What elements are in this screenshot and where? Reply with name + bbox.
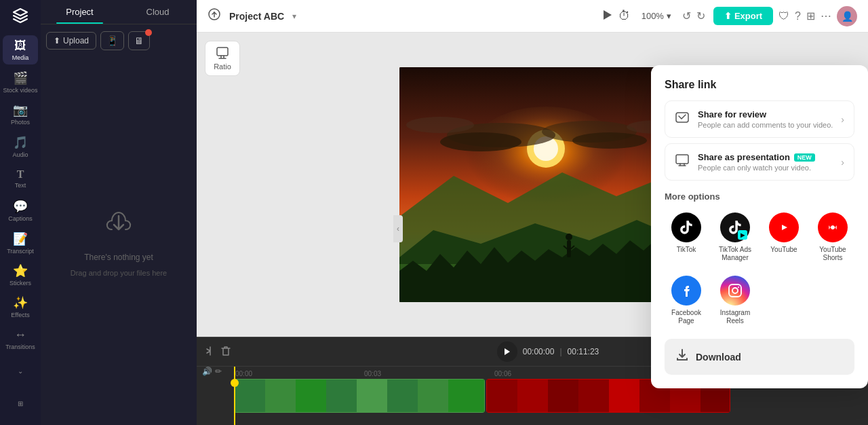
undo-button[interactable]: ↺ [682,10,691,22]
sidebar-item-transcript[interactable]: 📝 Transcript [3,228,38,257]
sidebar-item-label: Stickers [9,280,31,287]
sidebar-item-media[interactable]: 🖼 Media [3,35,38,64]
share-presentation-title: Share as presentation NEW [698,152,833,162]
sidebar-item-text[interactable]: T Text [3,164,38,193]
delete-button[interactable] [221,346,231,358]
app-logo [8,5,33,26]
platform-tiktok-ads[interactable]: ▶ TikTok Ads Manager [713,208,757,266]
tiktok-icon [671,212,701,242]
sidebar-item-stock-videos[interactable]: 🎬 Stock videos [3,67,38,96]
ratio-label: Ratio [214,62,231,71]
svg-marker-1 [604,10,612,20]
help-button[interactable]: ? [795,10,801,22]
sidebar-grid-btn[interactable]: ⊞ [3,389,38,418]
sidebar-item-photos[interactable]: 📷 Photos [3,100,38,129]
project-name: Project ABC [229,11,284,22]
upload-button[interactable]: ⬆ Upload [46,32,96,50]
sidebar-item-label: Transitions [5,344,35,350]
playhead [234,367,235,425]
share-presentation-subtitle: People can only watch your video. [698,164,833,172]
sidebar-item-effects[interactable]: ✨ Effects [3,293,38,322]
transcript-icon: 📝 [13,232,28,246]
preview-play-button[interactable] [601,9,613,24]
top-bar-right-controls: ⬆ Export 🛡 ? ⊞ ⋯ 👤 [713,6,857,26]
instagram-label: Instagram Reels [715,309,755,325]
ratio-button[interactable]: Ratio [205,41,240,76]
track-controls: 🔊 ✏ [202,367,222,376]
screen-record-button[interactable]: 🖥 [128,31,150,50]
project-dropdown-arrow[interactable]: ▾ [292,12,296,21]
facebook-icon [671,276,701,306]
split-button[interactable] [205,346,216,358]
sidebar-item-label: Media [12,54,29,61]
grid-view-button[interactable]: ⊞ [806,10,815,22]
svg-point-11 [406,117,474,133]
main-area: Project ABC ▾ ⏱ 100% ▾ ↺ ↻ ⬆ Export 🛡 ? [197,0,868,425]
redo-button[interactable]: ↻ [696,10,705,22]
share-presentation-icon [675,153,690,171]
download-button[interactable]: Download [665,339,854,375]
upload-icon: ⬆ [54,36,60,45]
svg-rect-21 [676,155,688,164]
timeline-total-time: 00:11:23 [568,347,599,356]
shield-button[interactable]: 🛡 [778,10,789,22]
avatar[interactable]: 👤 [837,6,857,26]
tiktok-label: TikTok [677,246,696,254]
sidebar-item-label: Photos [11,119,30,126]
svg-point-23 [732,288,738,293]
text-icon: T [17,168,24,181]
audio-icon: 🎵 [13,135,28,150]
youtube-shorts-label: YouTube Shorts [812,246,853,262]
panel-collapse-handle[interactable]: ‹ [393,215,403,242]
pen-button[interactable]: ✏ [215,367,222,376]
record-badge [145,29,152,36]
sidebar-item-transitions[interactable]: ↔ Transitions [3,325,38,354]
timeline-current-time: 00:00:00 [523,347,555,356]
sidebar-item-audio[interactable]: 🎵 Audio [3,132,38,161]
panel-tabs: Project Cloud [41,0,197,24]
stock-videos-icon: 🎬 [13,71,28,86]
tick-start: 00:00 [235,370,252,377]
sidebar-item-captions[interactable]: 💬 Captions [3,196,38,225]
export-icon: ⬆ [724,11,732,21]
tab-project[interactable]: Project [41,0,119,24]
platform-youtube-shorts[interactable]: YouTube Shorts [811,208,854,266]
ratio-icon [216,46,229,61]
platform-tiktok[interactable]: TikTok [665,208,708,266]
svg-point-10 [572,132,647,149]
facebook-label: Facebook Page [666,309,707,325]
youtube-shorts-icon [818,212,848,242]
sidebar-item-stickers[interactable]: ⭐ Stickers [3,260,38,289]
sidebar-item-label: Captions [8,215,33,222]
more-options-button[interactable]: ⋯ [821,10,831,22]
panel-sidebar: Project Cloud ⬆ Upload 📱 🖥 There's nothi [41,0,197,425]
video-strip-1[interactable] [234,379,485,413]
share-for-review-option[interactable]: Share for review People can add comments… [665,100,854,138]
platform-grid: TikTok ▶ TikTok Ads Manager [665,208,854,329]
sidebar-item-label: Effects [11,312,29,318]
svg-point-24 [738,287,739,288]
playhead-handle[interactable] [231,379,239,387]
panel-empty-state: There's nothing yet Drag and drop your f… [41,57,197,425]
export-button[interactable]: ⬆ Export [713,7,773,25]
transitions-icon: ↔ [14,328,26,342]
project-icon [208,7,221,24]
platform-instagram[interactable]: Instagram Reels [713,272,757,329]
share-as-presentation-option[interactable]: Share as presentation NEW People can onl… [665,143,854,181]
effects-icon: ✨ [13,295,28,310]
screen-record-icon: 🖥 [134,35,144,46]
timeline-play-button[interactable] [497,341,517,362]
zoom-control[interactable]: 100% ▾ [636,8,677,24]
tab-cloud[interactable]: Cloud [119,0,197,24]
volume-button[interactable]: 🔊 [202,367,212,376]
timer-button[interactable]: ⏱ [618,9,631,23]
sidebar-item-label: Transcript [7,248,34,255]
sidebar-expand-btn[interactable]: ⌄ [3,356,38,386]
share-dropdown: Share link Share for review People can a… [651,65,868,388]
svg-point-18 [566,234,572,240]
mobile-upload-button[interactable]: 📱 [100,31,124,50]
tick-00-06: 00:06 [494,370,511,377]
platform-facebook[interactable]: Facebook Page [665,272,708,329]
sidebar-item-label: Stock videos [3,87,37,94]
platform-youtube[interactable]: YouTube [762,208,806,266]
